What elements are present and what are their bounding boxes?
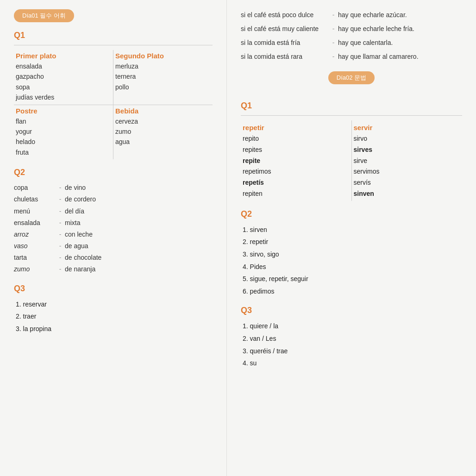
result-text: hay que calentarla.: [338, 37, 393, 49]
list-item: sinven: [354, 188, 458, 200]
q2-dash: -: [56, 206, 65, 217]
left-badge: Día01 필수 어휘: [14, 9, 213, 31]
postre-cell: Postre flan yogur helado fruta: [14, 105, 113, 159]
postre-item-1: yogur: [16, 126, 108, 137]
list-item: repite: [243, 156, 347, 167]
list-item: 2. van / Les: [243, 332, 462, 345]
q3-list: 1. reservar 2. traer 3. la propina: [14, 298, 213, 335]
q2-dash: -: [56, 263, 65, 275]
q3-answers: 1. quiere / la 2. van / Les 3. queréis /…: [241, 320, 462, 369]
q2-def: de cordero: [65, 194, 96, 205]
q2-word: menú: [14, 206, 56, 217]
q2-def: con leche: [65, 229, 93, 240]
divider-right-q1: [241, 115, 462, 116]
postre-item-0: flan: [16, 116, 108, 126]
list-item: sirve: [354, 156, 458, 167]
list-item: 1. sirven: [243, 224, 462, 236]
list-item: si el café está muy caliente - hay que e…: [241, 23, 462, 35]
segundo-plato-item-1: ternera: [115, 71, 208, 81]
list-item: 3. la propina: [16, 323, 213, 335]
list-item: sirves: [354, 144, 458, 156]
list-item: 1. quiere / la: [243, 320, 462, 332]
q2-answers: 1. sirven 2. repetir 3. sirvo, sigo 4. P…: [241, 224, 462, 298]
dash: -: [329, 51, 338, 63]
result-text: hay que llamar al camarero.: [338, 51, 419, 63]
bebida-item-1: zumo: [115, 126, 208, 137]
primer-plato-item-1: gazpacho: [16, 71, 108, 81]
q2-word: chuletas: [14, 194, 56, 205]
condition-text: si la comida está fría: [241, 37, 329, 49]
q2-word: zumo: [14, 263, 56, 275]
bebida-item-2: agua: [115, 137, 208, 147]
result-text: hay que echarle azúcar.: [338, 9, 407, 21]
list-item: vaso - de agua: [14, 240, 213, 252]
q1-table: Primer plato ensalada gazpacho sopa judí…: [14, 50, 213, 159]
servir-cell: servir sirvo sirves sirve servimos serví…: [351, 120, 462, 201]
bebida-header: Bebida: [115, 107, 208, 115]
q2-dash: -: [56, 194, 65, 205]
list-item: zumo - de naranja: [14, 263, 213, 275]
q2-word: vaso: [14, 240, 56, 252]
condition-text: si la comida está rara: [241, 51, 329, 63]
table-row: Primer plato ensalada gazpacho sopa judí…: [14, 50, 213, 105]
list-item: 4. su: [243, 357, 462, 370]
list-item: repetís: [243, 177, 347, 188]
bebida-cell: Bebida cerveza zumo agua: [113, 105, 213, 159]
q2-word: arroz: [14, 229, 56, 240]
left-q1-title: Q1: [14, 31, 213, 40]
q2-def: de chocolate: [65, 252, 101, 263]
dash: -: [329, 23, 338, 35]
primer-plato-item-0: ensalada: [16, 61, 108, 71]
list-item: 3. sirvo, sigo: [243, 248, 462, 261]
result-text: hay que echarle leche fría.: [338, 23, 414, 35]
q2-word: tarta: [14, 252, 56, 263]
list-item: sirvo: [354, 133, 458, 144]
repetir-header: repetir: [243, 122, 347, 134]
left-q2-title: Q2: [14, 168, 213, 177]
list-item: chuletas - de cordero: [14, 194, 213, 205]
primer-plato-header: Primer plato: [16, 52, 108, 60]
list-item: repetimos: [243, 166, 347, 177]
primer-plato-cell: Primer plato ensalada gazpacho sopa judí…: [14, 50, 113, 105]
list-item: repiten: [243, 188, 347, 200]
condition-text: si el café está muy caliente: [241, 23, 329, 35]
q2-def: del día: [65, 206, 84, 217]
postre-item-2: helado: [16, 137, 108, 147]
list-item: repites: [243, 144, 347, 156]
divider-q1: [14, 45, 213, 45]
list-item: 2. traer: [16, 310, 213, 323]
list-item: 1. reservar: [16, 298, 213, 311]
q2-dash: -: [56, 229, 65, 240]
segundo-plato-item-2: pollo: [115, 82, 208, 92]
list-item: 3. queréis / trae: [243, 345, 462, 357]
list-item: si el café está poco dulce - hay que ech…: [241, 9, 462, 21]
list-item: tarta - de chocolate: [14, 252, 213, 263]
verb-table: repetir repito repites repite repetimos …: [241, 120, 462, 201]
list-item: repito: [243, 133, 347, 144]
list-item: si la comida está fría - hay que calenta…: [241, 37, 462, 49]
segundo-plato-item-0: merluza: [115, 61, 208, 71]
right-q2-title: Q2: [241, 209, 462, 219]
table-row: repetir repito repites repite repetimos …: [241, 120, 462, 201]
right-badge-wrapper: Día02 문법: [241, 71, 462, 93]
q2-dash: -: [56, 182, 65, 194]
list-item: copa - de vino: [14, 182, 213, 194]
segundo-plato-header: Segundo Plato: [115, 52, 208, 60]
bebida-item-0: cerveza: [115, 116, 208, 126]
list-item: 2. repetir: [243, 236, 462, 248]
q2-def: de agua: [65, 240, 88, 252]
q2-def: de naranja: [65, 263, 95, 275]
servir-header: servir: [354, 122, 458, 134]
primer-plato-item-2: sopa: [16, 82, 108, 92]
q2-dash: -: [56, 217, 65, 229]
list-item: servimos: [354, 166, 458, 177]
postre-header: Postre: [16, 107, 108, 115]
right-q1-title: Q1: [241, 101, 462, 111]
dash: -: [329, 37, 338, 49]
right-q3-title: Q3: [241, 306, 462, 315]
left-q3-title: Q3: [14, 284, 213, 294]
list-item: servís: [354, 177, 458, 188]
right-badge: Día02 문법: [328, 71, 375, 84]
repetir-cell: repetir repito repites repite repetimos …: [241, 120, 351, 201]
list-item: si la comida está rara - hay que llamar …: [241, 51, 462, 63]
